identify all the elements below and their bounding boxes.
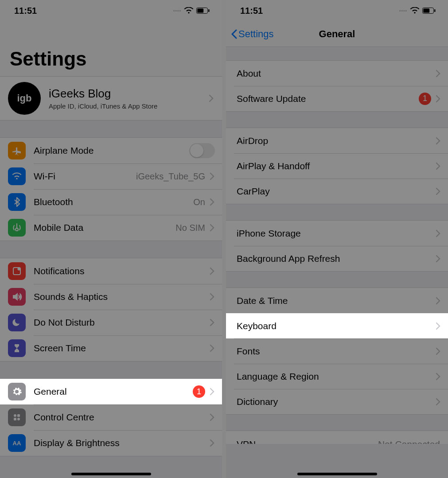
- group-connectivity: Airplane Mode Wi-Fi iGeeks_Tube_5G Bluet…: [0, 137, 222, 241]
- badge: 1: [419, 93, 431, 105]
- row-label: Software Update: [234, 93, 419, 104]
- group-storage: iPhone Storage Background App Refresh: [226, 220, 448, 272]
- chevron-right-icon: [210, 172, 215, 180]
- chevron-right-icon: [210, 388, 215, 396]
- row-about[interactable]: About: [226, 61, 448, 86]
- airplane-toggle[interactable]: [189, 143, 215, 158]
- row-label: iPhone Storage: [234, 228, 436, 239]
- chevron-right-icon: [436, 162, 441, 170]
- page-title: Settings: [0, 21, 222, 76]
- home-indicator[interactable]: [71, 473, 151, 475]
- chevron-right-icon: [436, 297, 441, 305]
- home-indicator[interactable]: [297, 473, 377, 475]
- chevron-right-icon: [436, 347, 441, 355]
- status-icons: ••••: [399, 7, 436, 14]
- row-keyboard[interactable]: Keyboard: [226, 313, 448, 338]
- row-display-brightness[interactable]: AA Display & Brightness: [0, 430, 222, 456]
- nav-title: General: [319, 28, 355, 40]
- row-label: Display & Brightness: [34, 438, 210, 448]
- mobile-data-icon: [8, 219, 26, 237]
- row-sounds[interactable]: Sounds & Haptics: [0, 284, 222, 310]
- row-airplay-handoff[interactable]: AirPlay & Handoff: [226, 153, 448, 179]
- row-label: Sounds & Haptics: [34, 291, 210, 302]
- apple-id-row[interactable]: iGB iGeeks Blog Apple ID, iCloud, iTunes…: [0, 76, 222, 120]
- row-label: Date & Time: [234, 295, 436, 306]
- chevron-right-icon: [210, 224, 215, 232]
- gear-icon: [8, 383, 26, 400]
- row-label: General: [34, 386, 193, 397]
- row-airplane-mode[interactable]: Airplane Mode: [0, 138, 222, 163]
- wifi-value: iGeeks_Tube_5G: [136, 171, 205, 182]
- status-bar: 11:51 ••••: [226, 0, 448, 21]
- row-language-region[interactable]: Language & Region: [226, 364, 448, 389]
- chevron-right-icon: [210, 344, 215, 352]
- row-fonts[interactable]: Fonts: [226, 338, 448, 364]
- airplane-icon: [8, 142, 26, 159]
- svg-rect-2: [208, 9, 210, 12]
- group-about: About Software Update 1: [226, 60, 448, 112]
- settings-screen: 11:51 •••• Settings iGB iGeeks Blog Appl…: [0, 0, 222, 478]
- row-wifi[interactable]: Wi-Fi iGeeks_Tube_5G: [0, 163, 222, 189]
- svg-rect-6: [17, 414, 20, 417]
- group-airdrop: AirDrop AirPlay & Handoff CarPlay: [226, 128, 448, 204]
- row-control-centre[interactable]: Control Centre: [0, 404, 222, 430]
- row-label: Fonts: [234, 346, 436, 357]
- chevron-right-icon: [210, 293, 215, 301]
- chevron-right-icon: [436, 322, 441, 330]
- wifi-icon: [184, 7, 194, 14]
- hourglass-icon: [8, 339, 26, 357]
- chevron-right-icon: [436, 70, 441, 78]
- chevron-right-icon: [436, 95, 441, 103]
- row-background-app-refresh[interactable]: Background App Refresh: [226, 246, 448, 271]
- row-general[interactable]: General 1: [0, 379, 222, 404]
- row-label: Wi-Fi: [34, 171, 136, 182]
- row-label: AirDrop: [234, 136, 436, 146]
- row-mobile-data[interactable]: Mobile Data No SIM: [0, 215, 222, 241]
- back-label: Settings: [238, 28, 274, 40]
- svg-point-4: [18, 268, 21, 271]
- chevron-right-icon: [436, 255, 441, 263]
- row-label: AirPlay & Handoff: [234, 161, 436, 171]
- apple-id-name: iGeeks Blog: [49, 87, 209, 101]
- badge: 1: [193, 385, 205, 398]
- chevron-right-icon: [209, 94, 214, 102]
- row-label: CarPlay: [234, 186, 436, 197]
- row-date-time[interactable]: Date & Time: [226, 288, 448, 313]
- back-button[interactable]: Settings: [230, 28, 274, 40]
- notifications-icon: [8, 262, 26, 280]
- chevron-right-icon: [436, 187, 441, 195]
- svg-rect-7: [14, 418, 16, 420]
- svg-point-8: [17, 418, 20, 420]
- chevron-right-icon: [436, 229, 441, 237]
- row-label: Keyboard: [234, 321, 436, 331]
- bluetooth-icon: [8, 193, 26, 211]
- row-label: Airplane Mode: [34, 145, 189, 156]
- row-label: Background App Refresh: [234, 253, 436, 264]
- chevron-right-icon: [436, 398, 441, 406]
- control-centre-icon: [8, 408, 26, 426]
- bluetooth-value: On: [193, 197, 205, 207]
- row-bluetooth[interactable]: Bluetooth On: [0, 189, 222, 215]
- apple-id-subtitle: Apple ID, iCloud, iTunes & App Store: [49, 102, 209, 110]
- row-iphone-storage[interactable]: iPhone Storage: [226, 221, 448, 246]
- row-label: Bluetooth: [34, 197, 193, 207]
- wifi-icon: [410, 7, 420, 14]
- cell-dots-icon: ••••: [173, 8, 181, 13]
- row-airdrop[interactable]: AirDrop: [226, 128, 448, 153]
- general-screen: 11:51 •••• Settings General About Softwa…: [226, 0, 448, 478]
- status-time: 11:51: [240, 6, 263, 16]
- svg-rect-1: [197, 8, 203, 12]
- row-dnd[interactable]: Do Not Disturb: [0, 310, 222, 335]
- row-software-update[interactable]: Software Update 1: [226, 86, 448, 111]
- svg-text:AA: AA: [13, 440, 21, 447]
- row-screen-time[interactable]: Screen Time: [0, 335, 222, 361]
- status-bar: 11:51 ••••: [0, 0, 222, 21]
- row-dictionary[interactable]: Dictionary: [226, 389, 448, 414]
- row-label: Screen Time: [34, 343, 210, 354]
- row-label: Mobile Data: [34, 222, 175, 233]
- row-carplay[interactable]: CarPlay: [226, 179, 448, 204]
- row-vpn-peek[interactable]: VPN Not Connected: [226, 431, 448, 444]
- row-notifications[interactable]: Notifications: [0, 258, 222, 284]
- cell-dots-icon: ••••: [399, 8, 407, 13]
- svg-rect-12: [434, 9, 436, 12]
